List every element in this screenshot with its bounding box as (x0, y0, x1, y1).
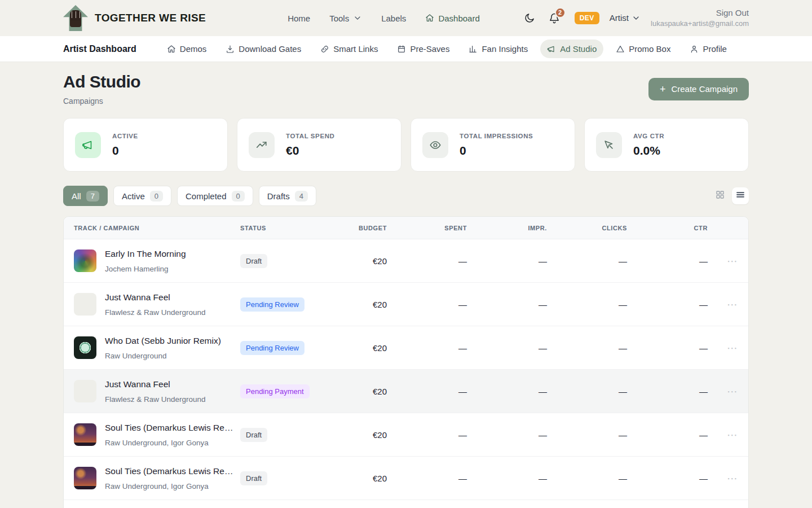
subnav-item-pre-saves[interactable]: Pre-Saves (390, 40, 456, 58)
dark-mode-toggle[interactable] (524, 12, 535, 24)
impressions-cell: — (467, 343, 547, 353)
status-badge: Pending Payment (240, 384, 310, 398)
chevron-down-icon (353, 14, 362, 23)
brand-name: TOGETHER WE RISE (95, 12, 206, 24)
person-icon (690, 45, 699, 54)
brand[interactable]: TOGETHER WE RISE (63, 5, 206, 31)
column-header: TRACK / CAMPAIGN (74, 225, 240, 231)
track-title: Soul Ties (Demarkus Lewis Remix) (105, 423, 240, 433)
home-icon (425, 14, 434, 23)
filter-count: 7 (86, 191, 99, 202)
table-row[interactable]: Soul Ties (Demarkus Lewis Remix) Raw Und… (64, 413, 748, 457)
dashboard-nav-title: Artist Dashboard (63, 44, 136, 54)
row-menu-button[interactable]: ⋯ (708, 385, 740, 398)
budget-cell: €20 (325, 387, 387, 396)
budget-cell: €20 (325, 474, 387, 483)
track-cell: Just Wanna Feel Flawlesz & Raw Undergrou… (74, 292, 240, 317)
row-menu-button[interactable]: ⋯ (708, 255, 740, 268)
home-icon (167, 45, 176, 54)
stat-label: TOTAL IMPRESSIONS (460, 133, 533, 139)
track-artist: Raw Underground, Igor Gonya (105, 439, 240, 447)
subnav-item-ad-studio[interactable]: Ad Studio (540, 40, 603, 58)
table-row[interactable]: Who Dat (Sebb Junior Remix) Raw Undergro… (64, 326, 748, 370)
subnav-item-smart-links[interactable]: Smart Links (314, 40, 385, 58)
row-menu-button[interactable]: ⋯ (708, 472, 740, 485)
user-email: lukaspauka+artist@gmail.com (651, 19, 749, 29)
stat-label: ACTIVE (112, 133, 138, 139)
stats-cards: ACTIVE0TOTAL SPEND€0TOTAL IMPRESSIONS0AV… (63, 118, 749, 172)
campaigns-table: TRACK / CAMPAIGNSTATUSBUDGETSPENTIMPR.CL… (63, 216, 749, 508)
status-badge: Draft (240, 428, 267, 442)
budget-cell: €20 (325, 256, 387, 266)
filter-count: 4 (295, 191, 308, 202)
spent-cell: — (387, 300, 467, 309)
budget-cell: €20 (325, 300, 387, 309)
budget-cell: €20 (325, 430, 387, 440)
table-row[interactable]: Just Wanna Feel Flawlesz & Raw Undergrou… (64, 370, 748, 413)
nav-tools[interactable]: Tools (329, 14, 362, 23)
subnav-item-fan-insights[interactable]: Fan Insights (462, 40, 535, 58)
row-menu-button[interactable]: ⋯ (708, 341, 740, 354)
stat-value: 0 (112, 144, 138, 157)
track-artwork (74, 293, 96, 316)
subnav-item-promo-box[interactable]: Promo Box (609, 40, 677, 58)
row-menu-button[interactable]: ⋯ (708, 298, 740, 311)
filter-count: 0 (150, 191, 163, 202)
create-campaign-button[interactable]: + Create Campaign (648, 78, 749, 100)
link-icon (320, 45, 329, 54)
grid-view-button[interactable] (712, 187, 729, 204)
row-menu-button[interactable]: ⋯ (708, 428, 740, 441)
nav-home[interactable]: Home (288, 14, 310, 23)
stat-label: AVG CTR (633, 133, 664, 139)
clicks-cell: — (547, 430, 627, 440)
megaphone-icon (547, 45, 556, 54)
nav-labels[interactable]: Labels (381, 14, 406, 23)
role-selector[interactable]: Artist (610, 13, 641, 23)
filter-tab-drafts[interactable]: Drafts4 (259, 186, 316, 206)
track-artist: Flawlesz & Raw Underground (105, 308, 206, 317)
ctr-cell: — (627, 256, 708, 266)
nav-dashboard[interactable]: Dashboard (425, 14, 479, 23)
status-cell: Pending Payment (240, 384, 325, 398)
filter-row: All7Active0Completed0Drafts4 (63, 186, 749, 206)
spent-cell: — (387, 430, 467, 440)
table-row[interactable]: Soul Ties (Demarkus Lewis Remix) Raw Und… (64, 457, 748, 500)
filter-tab-all[interactable]: All7 (63, 186, 108, 206)
track-artist: Flawlesz & Raw Underground (105, 395, 206, 404)
table-row[interactable]: Early In The Morning Jochem Hamerling Dr… (64, 239, 748, 283)
clicks-cell: — (547, 256, 627, 266)
track-artwork (74, 423, 96, 446)
table-row[interactable]: Soul Ties (64, 500, 748, 508)
table-row[interactable]: Just Wanna Feel Flawlesz & Raw Undergrou… (64, 283, 748, 326)
spent-cell: — (387, 474, 467, 483)
subnav-item-profile[interactable]: Profile (683, 40, 734, 58)
filter-tab-completed[interactable]: Completed0 (177, 186, 253, 206)
cursor-icon (596, 132, 622, 158)
track-artwork (74, 380, 96, 402)
sign-out-link[interactable]: Sign Out (651, 7, 749, 19)
stat-label: TOTAL SPEND (286, 133, 334, 139)
download-icon (226, 45, 235, 54)
notification-badge: 2 (555, 7, 566, 18)
list-icon (735, 190, 745, 202)
spent-cell: — (387, 256, 467, 266)
filter-tab-active[interactable]: Active0 (113, 186, 171, 206)
megaphone-icon (75, 132, 101, 158)
table-header: TRACK / CAMPAIGNSTATUSBUDGETSPENTIMPR.CL… (64, 217, 748, 239)
dashboard-nav: Artist Dashboard DemosDownload GatesSmar… (0, 36, 812, 62)
stat-value: 0.0% (633, 144, 664, 157)
subnav-item-download-gates[interactable]: Download Gates (219, 40, 308, 58)
bar-chart-icon (469, 45, 478, 54)
stat-card-total-impressions: TOTAL IMPRESSIONS0 (411, 118, 575, 172)
eye-icon (422, 132, 448, 158)
subnav-item-demos[interactable]: Demos (160, 40, 214, 58)
column-header: STATUS (240, 225, 325, 231)
track-title: Soul Ties (Demarkus Lewis Remix) (105, 466, 240, 476)
notifications-button[interactable]: 2 (549, 12, 560, 24)
ctr-cell: — (627, 300, 708, 309)
brand-logo-icon (63, 5, 88, 31)
list-view-button[interactable] (732, 187, 749, 204)
track-cell: Soul Ties (Demarkus Lewis Remix) Raw Und… (74, 423, 240, 447)
track-title: Just Wanna Feel (105, 379, 206, 389)
column-header: SPENT (387, 225, 467, 231)
